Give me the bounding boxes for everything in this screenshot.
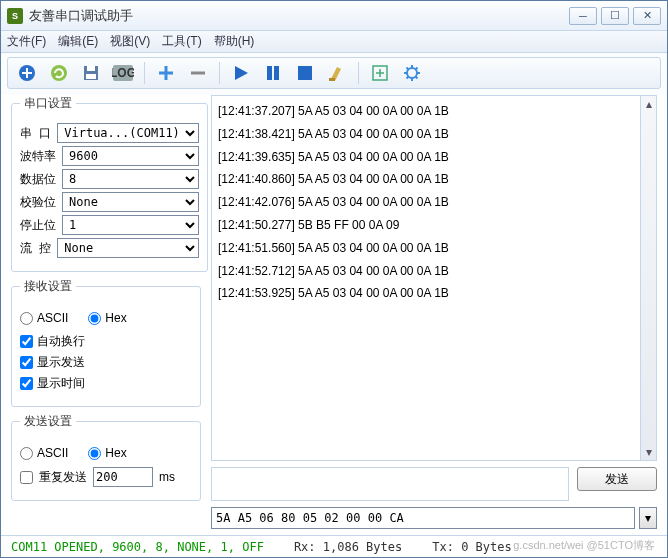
log-line: [12:41:40.860] 5A A5 03 04 00 0A 00 0A 1… — [218, 168, 650, 191]
log-line: [12:41:51.560] 5A A5 03 04 00 0A 00 0A 1… — [218, 237, 650, 260]
maximize-button[interactable]: ☐ — [601, 7, 629, 25]
minimize-button[interactable]: ─ — [569, 7, 597, 25]
send-button[interactable]: 发送 — [577, 467, 657, 491]
recv-ascii-radio[interactable] — [20, 312, 33, 325]
recv-settings-group: 接收设置 ASCII Hex 自动换行 显示发送 显示时间 — [11, 278, 201, 407]
toolbar-separator — [219, 62, 220, 84]
send-ascii-label: ASCII — [37, 446, 68, 460]
save-button[interactable] — [78, 60, 104, 86]
toolbar: LOG — [7, 57, 661, 89]
svg-rect-3 — [87, 66, 95, 71]
right-panel: [12:41:37.207] 5A A5 03 04 00 0A 00 0A 1… — [211, 95, 657, 529]
scrollbar[interactable]: ▴ ▾ — [640, 96, 656, 460]
show-tx-label: 显示发送 — [37, 354, 85, 371]
port-select[interactable]: Virtua...(COM11) — [57, 123, 199, 143]
recv-ascii-label: ASCII — [37, 311, 68, 325]
app-icon: S — [7, 8, 23, 24]
svg-rect-9 — [298, 66, 312, 80]
parity-select[interactable]: None — [62, 192, 199, 212]
window-button[interactable] — [367, 60, 393, 86]
send-hex-label: Hex — [105, 446, 126, 460]
menu-edit[interactable]: 编辑(E) — [58, 33, 98, 50]
repeat-unit: ms — [159, 470, 175, 484]
svg-text:LOG: LOG — [112, 66, 134, 80]
stop-select[interactable]: 1 — [62, 215, 199, 235]
log-button[interactable]: LOG — [110, 60, 136, 86]
recv-settings-legend: 接收设置 — [20, 278, 76, 295]
repeat-interval-input[interactable] — [93, 467, 153, 487]
show-time-check[interactable] — [20, 377, 33, 390]
repeat-send-check[interactable] — [20, 471, 33, 484]
auto-wrap-check[interactable] — [20, 335, 33, 348]
svg-point-1 — [51, 65, 67, 81]
svg-rect-8 — [274, 66, 279, 80]
repeat-send-label: 重复发送 — [39, 469, 87, 486]
flow-label: 流 控 — [20, 240, 51, 257]
settings-button[interactable] — [399, 60, 425, 86]
menu-bar: 文件(F) 编辑(E) 视图(V) 工具(T) 帮助(H) — [1, 31, 667, 53]
toolbar-separator — [358, 62, 359, 84]
tx-textarea[interactable] — [211, 467, 569, 501]
refresh-button[interactable] — [46, 60, 72, 86]
menu-file[interactable]: 文件(F) — [7, 33, 46, 50]
data-select[interactable]: 8 — [62, 169, 199, 189]
send-settings-group: 发送设置 ASCII Hex 重复发送 ms — [11, 413, 201, 501]
log-line: [12:41:37.207] 5A A5 03 04 00 0A 00 0A 1… — [218, 100, 650, 123]
port-settings-legend: 串口设置 — [20, 95, 76, 112]
port-settings-group: 串口设置 串 口Virtua...(COM11) 波特率9600 数据位8 校验… — [11, 95, 208, 272]
send-hex-radio[interactable] — [88, 447, 101, 460]
status-rx: Rx: 1,086 Bytes — [294, 540, 402, 554]
send-area: 发送 — [211, 467, 657, 501]
auto-wrap-label: 自动换行 — [37, 333, 85, 350]
baud-select[interactable]: 9600 — [62, 146, 199, 166]
scroll-down-icon[interactable]: ▾ — [641, 444, 656, 460]
baud-label: 波特率 — [20, 148, 56, 165]
toolbar-separator — [144, 62, 145, 84]
status-bar: COM11 OPENED, 9600, 8, NONE, 1, OFF Rx: … — [1, 535, 667, 557]
port-label: 串 口 — [20, 125, 51, 142]
window-title: 友善串口调试助手 — [29, 7, 569, 25]
show-tx-check[interactable] — [20, 356, 33, 369]
app-window: S 友善串口调试助手 ─ ☐ ✕ 文件(F) 编辑(E) 视图(V) 工具(T)… — [0, 0, 668, 558]
close-button[interactable]: ✕ — [633, 7, 661, 25]
watermark: g.csdn.net/wei @51CTO博客 — [513, 538, 655, 553]
log-line: [12:41:52.712] 5A A5 03 04 00 0A 00 0A 1… — [218, 260, 650, 283]
log-line: [12:41:42.076] 5A A5 03 04 00 0A 00 0A 1… — [218, 191, 650, 214]
clear-button[interactable] — [324, 60, 350, 86]
hex-dropdown-button[interactable]: ▾ — [639, 507, 657, 529]
send-settings-legend: 发送设置 — [20, 413, 76, 430]
title-bar: S 友善串口调试助手 ─ ☐ ✕ — [1, 1, 667, 31]
send-ascii-radio[interactable] — [20, 447, 33, 460]
svg-rect-10 — [329, 78, 335, 81]
log-line: [12:41:50.277] 5B B5 FF 00 0A 09 — [218, 214, 650, 237]
show-time-label: 显示时间 — [37, 375, 85, 392]
data-label: 数据位 — [20, 171, 56, 188]
parity-label: 校验位 — [20, 194, 56, 211]
log-line: [12:41:38.421] 5A A5 03 04 00 0A 00 0A 1… — [218, 123, 650, 146]
recv-hex-label: Hex — [105, 311, 126, 325]
add-button[interactable] — [153, 60, 179, 86]
log-line: [12:41:39.635] 5A A5 03 04 00 0A 00 0A 1… — [218, 146, 650, 169]
hex-history-row: ▾ — [211, 507, 657, 529]
status-tx: Tx: 0 Bytes — [432, 540, 511, 554]
new-button[interactable] — [14, 60, 40, 86]
pause-button[interactable] — [260, 60, 286, 86]
menu-help[interactable]: 帮助(H) — [214, 33, 255, 50]
stop-button[interactable] — [292, 60, 318, 86]
window-controls: ─ ☐ ✕ — [569, 7, 661, 25]
remove-button[interactable] — [185, 60, 211, 86]
log-output[interactable]: [12:41:37.207] 5A A5 03 04 00 0A 00 0A 1… — [211, 95, 657, 461]
svg-rect-7 — [267, 66, 272, 80]
menu-tools[interactable]: 工具(T) — [162, 33, 201, 50]
left-panel: 串口设置 串 口Virtua...(COM11) 波特率9600 数据位8 校验… — [11, 95, 201, 529]
status-connection: COM11 OPENED, 9600, 8, NONE, 1, OFF — [11, 540, 264, 554]
stop-label: 停止位 — [20, 217, 56, 234]
scroll-up-icon[interactable]: ▴ — [641, 96, 656, 112]
svg-rect-4 — [86, 74, 96, 79]
flow-select[interactable]: None — [57, 238, 199, 258]
recv-hex-radio[interactable] — [88, 312, 101, 325]
play-button[interactable] — [228, 60, 254, 86]
hex-input[interactable] — [211, 507, 635, 529]
menu-view[interactable]: 视图(V) — [110, 33, 150, 50]
chevron-down-icon: ▾ — [645, 511, 651, 525]
